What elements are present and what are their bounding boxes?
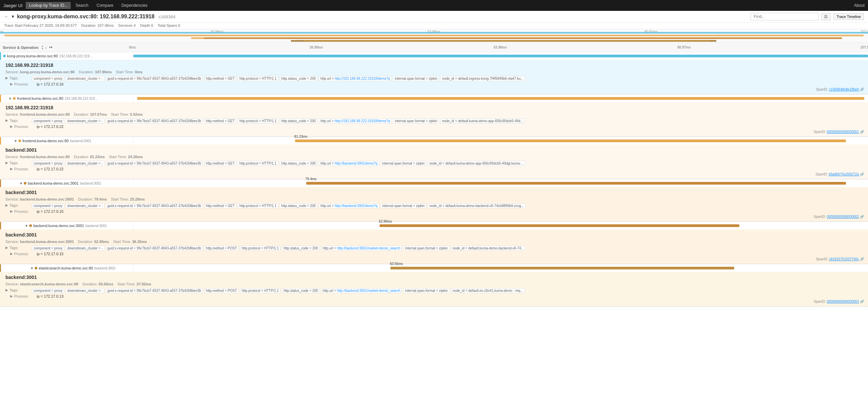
tags-toggle-3[interactable]: ▶ — [5, 203, 8, 207]
nav-dependencies[interactable]: Dependencies — [118, 2, 151, 9]
process-value-4: ip = 172.17.0.15 — [37, 252, 63, 256]
span-id-0: SpanID: c1693648c8e185e0 🔗 — [5, 88, 864, 91]
span-id-link-4[interactable]: c81815751037740c — [829, 257, 859, 261]
timeline-label-btn[interactable]: Trace Timeline — [833, 13, 864, 20]
span-label-0: kong-proxy.kuma-demo.svc:80192.168.99.22… — [1, 52, 133, 60]
back-button[interactable]: ← — [4, 14, 9, 19]
process-toggle-5[interactable]: ▶ — [10, 294, 13, 298]
collapse-all-icon[interactable]: ↦ — [49, 45, 52, 50]
copy-icon-1[interactable]: 🔗 — [860, 130, 864, 134]
tags-toggle-5[interactable]: ▶ — [5, 288, 8, 292]
span-id-5: SpanID: 00000000000000003 🔗 — [5, 300, 864, 303]
process-toggle-1[interactable]: ▶ — [10, 125, 13, 128]
sort-down-icon[interactable]: ▼ — [41, 48, 44, 50]
col-service-header: Service & Operation ▲ ▼ ↕ ↦ — [0, 45, 132, 50]
tags-label-4: Tags: — [10, 246, 30, 250]
span-group-1: ▼frontend.kuma-demo.svc:80192.168.99.222… — [0, 95, 868, 137]
lookup-button[interactable]: Lookup by Trace ID... — [26, 2, 71, 9]
tag-0-3: http.method = GET — [204, 76, 237, 81]
tag-1-5: http.status_code = 200 — [280, 118, 317, 124]
span-toggle-2[interactable]: ▼ — [14, 139, 17, 143]
span-row-4[interactable]: ▼backend.kuma-demo.svc:3001backend:30015… — [0, 222, 868, 229]
span-id-link-1[interactable]: 00000000000000001 — [827, 130, 859, 134]
span-bar-2 — [295, 139, 846, 142]
detail-process-row-3: ▶Process:ip = 172.17.0.15 — [10, 209, 864, 213]
process-label-4: Process: — [14, 252, 35, 256]
tag-0-0: component = proxy — [32, 76, 64, 81]
process-toggle-4[interactable]: ▶ — [10, 252, 13, 256]
detail-title-1: 192.168.99.222:31918 — [5, 105, 864, 110]
tag-link-4-6[interactable]: http://backend:3001/market-items/_search — [337, 246, 401, 250]
tag-link-5-6[interactable]: http://backend:3001/market-items/_search — [337, 289, 401, 293]
process-toggle-2[interactable]: ▶ — [10, 167, 13, 171]
tag-3-2: guid:x-request-id = 99c7bcb7-6537-9043-a… — [106, 203, 203, 208]
span-toggle-5[interactable]: ▼ — [30, 266, 34, 270]
process-toggle-3[interactable]: ▶ — [10, 209, 13, 213]
expand-all-icon[interactable]: ↕ — [45, 45, 47, 50]
span-row-3[interactable]: ▼backend.kuma-demo.svc:3001backend:30017… — [0, 180, 868, 187]
tags-label-1: Tags: — [10, 118, 30, 123]
tag-1-1: downstream_cluster = - — [66, 118, 104, 124]
span-service-name-3: backend.kuma-demo.svc:3001 — [28, 181, 79, 185]
tags-toggle-4[interactable]: ▶ — [5, 246, 8, 249]
tag-5-8: node_id = default.es-z5n41.kuma-demo - r… — [451, 288, 525, 293]
detail-title-2: backend:3001 — [5, 147, 864, 153]
span-toggle-4[interactable]: ▼ — [25, 224, 28, 228]
tag-2-6: http.url = http://backend:3001/items?q — [319, 161, 379, 166]
copy-icon-3[interactable]: 🔗 — [860, 215, 864, 219]
trace-title: kong-proxy.kuma-demo.svc:80: 192.168.99.… — [17, 14, 176, 20]
span-id-link-2[interactable]: b5a8b575e200272a — [829, 172, 859, 176]
process-value-3: ip = 172.17.0.15 — [37, 209, 63, 213]
span-id-link-5[interactable]: 00000000000000003 — [827, 300, 859, 303]
tag-3-8: node_id = default.kuma-demo-backend-v0-7… — [428, 203, 525, 208]
tags-toggle-0[interactable]: ▶ — [5, 76, 8, 80]
trace-actions: ☷ Trace Timeline — [751, 13, 864, 20]
span-id-link-3[interactable]: 00000000000000002 — [827, 215, 859, 219]
tag-4-4: http.protocol = HTTP/1.1 — [240, 246, 280, 251]
about-link[interactable]: About — [854, 3, 865, 8]
nav-compare[interactable]: Compare — [93, 2, 116, 9]
span-op-name-0: 192.168.99.222:31918 — [59, 54, 93, 58]
detail-panel-1: 192.168.99.222:31918Service: frontend.ku… — [0, 102, 868, 137]
minimap: 0ms26.99ms53.98ms80.97ms107.96ms — [0, 29, 868, 43]
tag-link-1-6[interactable]: http://192.168.99.222:31918/items?q — [335, 119, 390, 123]
span-op-name-4: backend:3001 — [86, 224, 107, 228]
span-row-5[interactable]: ▼elasticsearch.kuma-demo.svc:80backend:3… — [0, 264, 868, 272]
span-label-5: ▼elasticsearch.kuma-demo.svc:80backend:3… — [1, 264, 133, 272]
tags-toggle-1[interactable]: ▶ — [5, 118, 8, 122]
tag-0-4: http.protocol = HTTP/1.1 — [238, 76, 278, 81]
span-row-2[interactable]: ▼frontend.kuma-demo.svc:80backend:300181… — [0, 137, 868, 145]
copy-icon-4[interactable]: 🔗 — [860, 257, 864, 261]
tag-1-7: internal.span.format = zipkin — [393, 118, 439, 124]
process-toggle-0[interactable]: ▶ — [10, 82, 13, 86]
span-bar-container-4: 52.96ms — [380, 224, 739, 227]
span-id-link-0[interactable]: c1693648c8e185e0 — [829, 88, 859, 91]
tag-4-0: component = proxy — [32, 246, 64, 251]
tag-0-7: internal.span.format = zipkin — [393, 76, 439, 81]
tags-toggle-2[interactable]: ▶ — [5, 161, 8, 165]
span-toggle-3[interactable]: ▼ — [19, 182, 23, 185]
nav-search[interactable]: Search — [72, 2, 92, 9]
span-label-2: ▼frontend.kuma-demo.svc:80backend:3001 — [1, 137, 133, 145]
find-input[interactable] — [751, 13, 818, 20]
copy-icon-0[interactable]: 🔗 — [860, 88, 864, 91]
tag-link-0-6[interactable]: http://192.168.99.222:31918/items?q — [335, 77, 390, 80]
copy-icon-2[interactable]: 🔗 — [860, 172, 864, 176]
process-label-0: Process: — [14, 82, 35, 86]
tag-link-3-6[interactable]: http://backend:3001/items?q — [335, 204, 377, 208]
copy-icon-5[interactable]: 🔗 — [860, 300, 864, 303]
trace-total-spans: Total Spans 6 — [158, 23, 180, 27]
detail-meta-4: Service: backend.kuma-demo.svc:3001Durat… — [5, 240, 864, 244]
span-row-1[interactable]: ▼frontend.kuma-demo.svc:80192.168.99.222… — [0, 95, 868, 102]
span-op-name-2: backend:3001 — [70, 139, 91, 143]
span-toggle-1[interactable]: ▼ — [8, 97, 12, 100]
span-bar-1 — [137, 97, 864, 100]
column-headers: Service & Operation ▲ ▼ ↕ ↦ 0ms26.99ms53… — [0, 43, 868, 52]
settings-button[interactable]: ☷ — [821, 13, 831, 20]
detail-title-3: backend:3001 — [5, 190, 864, 195]
span-row-0[interactable]: kong-proxy.kuma-demo.svc:80192.168.99.22… — [0, 52, 868, 60]
service-dot-5 — [35, 267, 37, 269]
tag-2-1: downstream_cluster = - — [66, 161, 104, 166]
tag-link-2-6[interactable]: http://backend:3001/items?q — [335, 162, 377, 165]
tag-2-2: guid:x-request-id = 99c7bcb7-6537-9043-a… — [106, 161, 203, 166]
